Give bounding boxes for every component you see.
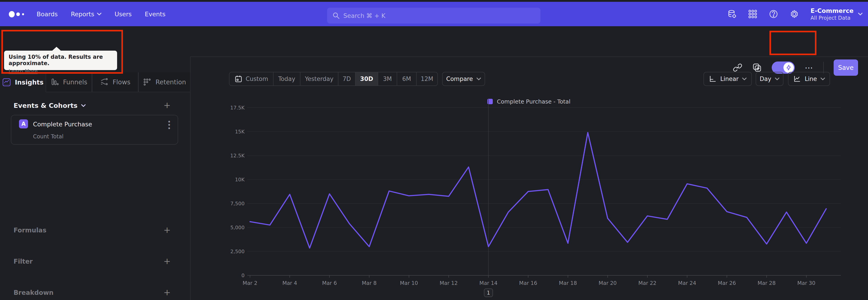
- project-name: E-Commerce: [811, 7, 854, 15]
- range-today[interactable]: Today: [274, 72, 301, 86]
- svg-text:Mar 18: Mar 18: [559, 280, 577, 286]
- event-letter-badge: A: [19, 119, 28, 128]
- mixpanel-logo[interactable]: [8, 10, 30, 18]
- svg-text:12.5K: 12.5K: [230, 153, 245, 158]
- svg-text:0: 0: [241, 273, 245, 278]
- event-metric[interactable]: Count Total: [33, 133, 64, 140]
- nav-reports-label: Reports: [71, 11, 94, 18]
- funnels-icon: [51, 78, 59, 86]
- learn-more-link[interactable]: Learn More: [8, 68, 113, 74]
- event-kebab-menu[interactable]: •••: [167, 120, 171, 130]
- nav-events[interactable]: Events: [145, 11, 165, 18]
- nav-users[interactable]: Users: [115, 11, 132, 18]
- project-switcher[interactable]: E-Commerce All Project Data: [811, 7, 863, 21]
- top-nav-right: E-Commerce All Project Data: [727, 2, 863, 26]
- tooltip-text: Using 10% of data. Results are approxima…: [8, 54, 113, 66]
- chart-type-label: Line: [805, 76, 817, 82]
- sampling-tooltip: Using 10% of data. Results are approxima…: [4, 51, 117, 70]
- nav-users-label: Users: [115, 11, 132, 18]
- tab-funnels[interactable]: Funnels: [46, 72, 92, 92]
- svg-text:10K: 10K: [235, 177, 245, 182]
- report-header: Untitled Sampled + Add description...: [0, 26, 868, 57]
- add-filter-button[interactable]: +: [163, 257, 170, 265]
- svg-text:Mar 6: Mar 6: [322, 280, 337, 286]
- svg-text:Mar 30: Mar 30: [797, 280, 815, 286]
- search-icon: [333, 12, 340, 19]
- range-6m[interactable]: 6M: [397, 72, 416, 86]
- svg-text:17.5K: 17.5K: [230, 105, 245, 111]
- svg-text:Mar 8: Mar 8: [362, 280, 377, 286]
- report-type-tabs: Insights Funnels Flows: [0, 72, 191, 92]
- chevron-down-icon: [476, 78, 481, 80]
- range-custom[interactable]: Custom: [229, 72, 274, 86]
- nav-boards-label: Boards: [37, 11, 58, 18]
- nav-reports[interactable]: Reports: [71, 11, 101, 18]
- more-options-button[interactable]: ⋯: [805, 63, 813, 72]
- chevron-down-icon: [820, 78, 825, 80]
- lightning-bolt-icon: [786, 65, 792, 70]
- events-cohorts-header[interactable]: Events & Cohorts: [13, 102, 86, 110]
- chart-type-selector[interactable]: Line: [788, 72, 830, 86]
- add-breakdown-button[interactable]: +: [163, 288, 170, 297]
- top-nav: Boards Reports Users Events Search ⌘ + K: [0, 2, 868, 26]
- project-scope: All Project Data: [811, 15, 854, 21]
- nav-boards[interactable]: Boards: [37, 11, 58, 18]
- data-management-icon[interactable]: [727, 9, 737, 19]
- tab-funnels-label: Funnels: [63, 79, 87, 86]
- query-sidebar: Insights Funnels Flows: [0, 57, 191, 300]
- save-button[interactable]: Save: [834, 59, 858, 76]
- svg-text:Mar 26: Mar 26: [718, 280, 736, 286]
- add-to-board-icon[interactable]: [752, 63, 762, 72]
- range-3m[interactable]: 3M: [378, 72, 397, 86]
- add-event-button[interactable]: +: [163, 101, 170, 110]
- scale-selector[interactable]: Linear: [704, 72, 752, 86]
- search-input[interactable]: Search ⌘ + K: [327, 8, 540, 24]
- chevron-down-icon: [775, 78, 779, 80]
- events-cohorts-label: Events & Cohorts: [13, 102, 78, 110]
- svg-text:7,500: 7,500: [230, 201, 245, 206]
- settings-gear-icon[interactable]: [790, 9, 799, 19]
- range-7d[interactable]: 7D: [338, 72, 355, 86]
- compare-button[interactable]: Compare: [442, 72, 485, 86]
- range-30d-label: 30D: [360, 76, 373, 82]
- svg-text:Mar 2: Mar 2: [243, 280, 257, 286]
- compare-label: Compare: [446, 76, 473, 82]
- range-30d[interactable]: 30D: [355, 72, 378, 86]
- line-chart[interactable]: 02,5005,0007,50010K12.5K15K17.5KMar 2Mar…: [190, 95, 868, 300]
- svg-text:Mar 24: Mar 24: [678, 280, 696, 286]
- scale-label: Linear: [720, 76, 739, 82]
- range-yesterday[interactable]: Yesterday: [301, 72, 338, 86]
- svg-text:Mar 4: Mar 4: [282, 280, 297, 286]
- nav-events-label: Events: [145, 11, 165, 18]
- svg-text:5,000: 5,000: [230, 225, 245, 230]
- range-12m[interactable]: 12M: [416, 72, 437, 86]
- svg-text:Mar 12: Mar 12: [440, 280, 458, 286]
- line-chart-icon: [793, 75, 801, 83]
- tab-flows[interactable]: Flows: [92, 72, 138, 92]
- chevron-down-icon: [742, 78, 747, 80]
- svg-text:Mar 14: Mar 14: [479, 280, 498, 286]
- formulas-section-label: Formulas: [13, 227, 46, 234]
- insights-icon: [2, 78, 11, 87]
- granularity-selector[interactable]: Day: [756, 72, 783, 86]
- svg-text:Mar 16: Mar 16: [519, 280, 537, 286]
- range-custom-label: Custom: [246, 76, 268, 82]
- tab-insights[interactable]: Insights: [0, 72, 46, 92]
- calendar-icon: [235, 75, 243, 83]
- help-icon[interactable]: [769, 9, 778, 19]
- granularity-label: Day: [760, 76, 771, 82]
- apps-grid-icon[interactable]: [748, 9, 757, 19]
- range-6m-label: 6M: [402, 76, 411, 82]
- tab-retention[interactable]: Retention: [138, 72, 191, 92]
- event-name: Complete Purchase: [33, 121, 92, 128]
- svg-text:1: 1: [487, 290, 490, 296]
- annotation-marker: 1: [484, 289, 493, 297]
- tab-flows-label: Flows: [113, 79, 130, 86]
- flows-icon: [100, 78, 108, 86]
- filter-section-label: Filter: [13, 258, 33, 265]
- copy-link-icon[interactable]: [733, 63, 742, 72]
- range-7d-label: 7D: [343, 76, 351, 82]
- event-card[interactable]: A Complete Purchase Count Total •••: [11, 115, 178, 145]
- add-formula-button[interactable]: +: [163, 226, 170, 234]
- tab-retention-label: Retention: [156, 79, 186, 86]
